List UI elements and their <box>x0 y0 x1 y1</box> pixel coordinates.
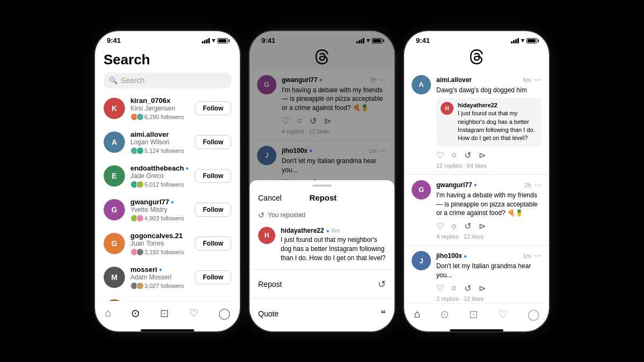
threads-logo-3 <box>404 47 549 70</box>
follower-count: 4,903 followers <box>144 215 184 221</box>
search-placeholder: Search <box>121 76 144 85</box>
repost-button[interactable]: ↺ <box>464 150 471 160</box>
cancel-button[interactable]: Cancel <box>258 194 282 202</box>
search-icon: 🔍 <box>109 76 118 84</box>
nav-heart-icon-3[interactable]: ♡ <box>498 308 508 321</box>
user-list-item: E endoatthebeach● Jade Greco 5,012 follo… <box>95 159 240 193</box>
share-button[interactable]: ⊳ <box>479 150 486 160</box>
modal-title: Repost <box>309 193 336 202</box>
modal-post-username: hidayathere22 <box>281 227 324 234</box>
reply-text: I just found out that my neighbor's dog … <box>458 109 537 143</box>
repost-modal: Cancel Repost ↺ You reposted H hidayathe… <box>250 180 394 331</box>
modal-post-preview: H hidayathere22 ● 6m I just found out th… <box>250 223 394 267</box>
post-header: jiho100x ● 1m ··· <box>436 251 541 261</box>
follower-avatars <box>130 282 142 290</box>
user-handle: gogoncalves.21 <box>130 232 189 240</box>
search-bar[interactable]: 🔍 Search <box>104 72 231 88</box>
like-button[interactable]: ♡ <box>436 283 444 293</box>
follower-avatars <box>130 215 142 222</box>
verified-badge: ● <box>186 165 189 171</box>
share-button[interactable]: ⊳ <box>479 221 486 231</box>
nav-profile-icon-3[interactable]: ◯ <box>528 308 539 321</box>
more-icon[interactable]: ··· <box>535 180 541 190</box>
user-name: Yvette Mistry <box>130 206 189 213</box>
nav-compose-icon[interactable]: ⊡ <box>160 307 169 320</box>
post-actions: ♡ ○ ↺ ⊳ <box>436 221 541 231</box>
nav-home-icon[interactable]: ⌂ <box>105 307 111 319</box>
user-list-item: A aimi.allover Logan Wilson 5,124 follow… <box>95 125 240 159</box>
post-stats: 12 replies · 64 likes <box>436 162 541 169</box>
post-item: A aimi.allover 6m ··· Dawg's dawg's dog … <box>404 70 549 175</box>
follow-button[interactable]: Follow <box>195 203 231 217</box>
follower-row: 4,903 followers <box>130 215 189 222</box>
time-3: 9:41 <box>416 36 430 45</box>
post-actions: ♡ ○ ↺ ⊳ <box>436 150 541 160</box>
user-list-item: G gwangurl77● Yvette Mistry 4,903 follow… <box>95 193 240 227</box>
comment-button[interactable]: ○ <box>451 283 457 293</box>
modal-post-time: 6m <box>332 227 340 234</box>
nav-compose-icon-3[interactable]: ⊡ <box>469 308 478 321</box>
battery-icon <box>217 38 228 43</box>
post-time: 1m <box>523 253 531 259</box>
user-handle: aimi.allover <box>130 130 189 138</box>
post-actions: ♡ ○ ↺ ⊳ <box>436 283 541 293</box>
user-name: Logan Wilson <box>130 138 189 146</box>
follow-button[interactable]: Follow <box>195 101 231 115</box>
reply-username: hidayathere22 <box>458 102 537 108</box>
like-button[interactable]: ♡ <box>436 221 444 231</box>
modal-divider-2 <box>250 299 394 299</box>
search-header: Search 🔍 Search <box>95 47 240 92</box>
home-bar-3 <box>450 329 503 331</box>
wifi-icon: ▾ <box>212 37 215 44</box>
like-button[interactable]: ♡ <box>436 150 444 160</box>
user-list-item: A alo.daiane1 Airi Andersen Follow <box>95 294 240 301</box>
repost-button[interactable]: ↺ <box>464 221 471 231</box>
nav-home-icon-3[interactable]: ⌂ <box>414 308 420 320</box>
follow-button[interactable]: Follow <box>195 169 231 183</box>
repost-button[interactable]: Repost ↺ <box>250 272 394 297</box>
post-avatar: J <box>412 251 431 270</box>
post-item: G gwangurl77 ● 2h ··· I'm having a debat… <box>404 175 549 246</box>
nav-search-icon[interactable]: ⊙ <box>131 307 140 320</box>
verified-badge: ● <box>159 267 162 272</box>
follower-row: 5,124 followers <box>130 147 189 154</box>
follower-avatars <box>130 113 142 121</box>
thread-reply: H hidayathere22 I just found out that my… <box>436 98 541 147</box>
follow-button[interactable]: Follow <box>195 135 231 149</box>
signal-icon <box>202 38 210 43</box>
quote-icon: ❝ <box>380 308 386 320</box>
nav-search-icon-3[interactable]: ⊙ <box>440 308 449 321</box>
status-bar-3: 9:41 ▾ <box>404 31 549 47</box>
follower-row: 5,012 followers <box>130 181 189 188</box>
search-content: Search 🔍 Search K kiran_0706x Kirsi Jørg… <box>95 47 240 301</box>
comment-button[interactable]: ○ <box>451 221 457 231</box>
quote-button[interactable]: Quote ❝ <box>250 301 394 326</box>
nav-heart-icon[interactable]: ♡ <box>189 307 199 320</box>
follower-row: 6,290 followers <box>130 113 189 121</box>
user-list: K kiran_0706x Kirsi Jørgensen 6,290 foll… <box>95 92 240 301</box>
user-avatar: G <box>104 199 125 220</box>
more-icon[interactable]: ··· <box>535 75 541 85</box>
modal-verified-icon: ● <box>326 228 330 234</box>
repost-button[interactable]: ↺ <box>464 283 471 293</box>
user-avatar: G <box>104 233 125 254</box>
modal-header: Cancel Repost <box>250 191 394 208</box>
post-username: gwangurl77 <box>436 181 472 189</box>
comment-button[interactable]: ○ <box>451 150 457 160</box>
verified-icon: ● <box>464 253 467 259</box>
follow-button[interactable]: Follow <box>195 237 231 250</box>
nav-profile-icon[interactable]: ◯ <box>218 307 230 320</box>
verified-icon: ● <box>474 182 477 188</box>
bottom-nav-3: ⌂ ⊙ ⊡ ♡ ◯ <box>404 303 549 327</box>
more-icon[interactable]: ··· <box>535 251 541 261</box>
user-handle: mosseri● <box>130 265 189 274</box>
post-stats: 4 replies · 12 likes <box>436 233 541 240</box>
follower-avatars <box>130 181 142 188</box>
user-list-item: K kiran_0706x Kirsi Jørgensen 6,290 foll… <box>95 92 240 125</box>
follower-avatars <box>130 147 142 154</box>
share-button[interactable]: ⊳ <box>479 283 486 293</box>
repost-modal-overlay[interactable]: Cancel Repost ↺ You reposted H hidayathe… <box>250 31 394 331</box>
follow-button[interactable]: Follow <box>195 270 231 284</box>
user-list-item: M mosseri● Adam Mosseri 3,027 followers … <box>95 261 240 294</box>
time-1: 9:41 <box>107 36 121 45</box>
